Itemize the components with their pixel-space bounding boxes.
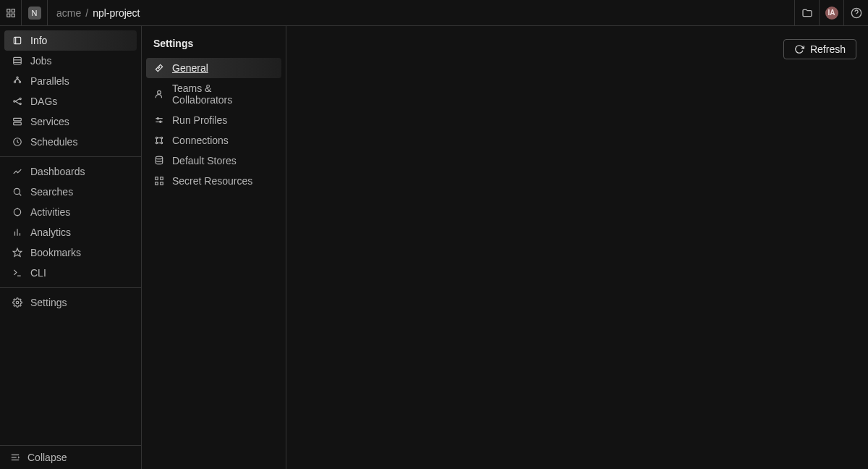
svg-point-17	[20, 98, 21, 99]
sidebar-item-label: Activities	[30, 206, 70, 218]
cli-icon	[12, 267, 23, 279]
settings-item-general[interactable]: General	[146, 58, 281, 78]
svg-point-11	[17, 77, 18, 78]
svg-rect-22	[14, 122, 22, 125]
folder-button[interactable]	[794, 0, 819, 25]
sidebar-item-services[interactable]: Services	[4, 111, 137, 132]
sidebar-item-analytics[interactable]: Analytics	[4, 222, 137, 242]
wand-icon	[153, 62, 165, 74]
svg-line-20	[15, 101, 20, 104]
breadcrumb-org[interactable]: acme	[56, 7, 81, 19]
svg-point-44	[161, 137, 162, 138]
header-left: N acme / npl-project	[0, 0, 140, 25]
sidebar-item-label: Schedules	[30, 136, 77, 148]
svg-rect-0	[7, 9, 9, 12]
svg-point-38	[158, 90, 161, 94]
svg-line-15	[17, 79, 20, 82]
sidebar-item-info[interactable]: Info	[4, 30, 137, 51]
sidebar-item-settings[interactable]: Settings	[4, 292, 137, 313]
svg-rect-1	[12, 9, 14, 12]
svg-point-45	[156, 142, 157, 143]
sidebar-item-activities[interactable]: Activities	[4, 202, 137, 222]
sidebar-item-label: Analytics	[30, 227, 71, 238]
sidebar-item-label: Searches	[30, 186, 73, 198]
breadcrumb-project[interactable]: npl-project	[93, 7, 140, 19]
settings-item-connections[interactable]: Connections	[146, 130, 281, 151]
settings-item-label: Default Stores	[172, 155, 237, 166]
sidebar-item-cli[interactable]: CLI	[4, 263, 137, 283]
refresh-label: Refresh	[810, 43, 846, 55]
sidebar-item-schedules[interactable]: Schedules	[4, 132, 137, 152]
svg-point-12	[14, 81, 15, 83]
sidebar-divider	[0, 156, 141, 157]
sliders-icon	[153, 114, 165, 126]
schedules-icon	[12, 136, 23, 148]
settings-item-label: Teams & Collaborators	[172, 83, 274, 106]
sidebar-item-dashboards[interactable]: Dashboards	[4, 161, 137, 182]
svg-rect-52	[156, 177, 158, 180]
sidebar-item-label: Services	[30, 116, 69, 127]
analytics-icon	[12, 227, 23, 238]
settings-item-label: Run Profiles	[172, 114, 227, 126]
settings-item-run-profiles[interactable]: Run Profiles	[146, 110, 281, 130]
svg-line-25	[19, 193, 21, 195]
sidebar-divider	[0, 287, 141, 288]
avatar: IA	[825, 7, 838, 20]
database-icon	[153, 155, 165, 166]
user-avatar-button[interactable]: IA	[819, 0, 843, 25]
svg-rect-54	[156, 182, 158, 185]
dashboards-icon	[12, 166, 23, 177]
bookmarks-icon	[12, 247, 23, 258]
breadcrumb-separator: /	[85, 7, 88, 19]
collapse-sidebar-button[interactable]: Collapse	[0, 445, 141, 469]
apps-menu-button[interactable]	[0, 0, 22, 25]
settings-subnav-title: Settings	[146, 38, 281, 58]
refresh-button[interactable]: Refresh	[783, 39, 856, 59]
jobs-icon	[12, 55, 23, 67]
grid-icon	[6, 8, 16, 18]
svg-rect-8	[14, 57, 22, 64]
main-content: Refresh	[286, 26, 868, 469]
svg-point-24	[14, 188, 20, 194]
activities-icon	[12, 206, 23, 218]
settings-item-default-stores[interactable]: Default Stores	[146, 151, 281, 171]
sidebar-item-label: Bookmarks	[30, 247, 81, 258]
sidebar-item-dags[interactable]: DAGs	[4, 91, 137, 111]
header-right: IA	[794, 0, 868, 25]
svg-point-18	[20, 103, 21, 104]
sidebar-item-parallels[interactable]: Parallels	[4, 71, 137, 91]
settings-item-teams[interactable]: Teams & Collaborators	[146, 78, 281, 110]
gear-icon	[12, 297, 23, 308]
help-button[interactable]	[843, 0, 868, 25]
sidebar-item-label: Parallels	[30, 75, 69, 87]
svg-marker-31	[13, 248, 22, 256]
user-icon	[153, 88, 165, 100]
sidebar-item-bookmarks[interactable]: Bookmarks	[4, 242, 137, 263]
help-icon	[851, 7, 862, 19]
settings-item-label: General	[172, 62, 208, 74]
project-chip[interactable]: N	[22, 0, 48, 25]
svg-line-19	[15, 99, 20, 102]
svg-rect-2	[7, 14, 9, 17]
folder-icon	[801, 7, 813, 19]
sidebar-item-jobs[interactable]: Jobs	[4, 51, 137, 71]
sidebar-item-label: Info	[30, 35, 47, 46]
settings-item-label: Secret Resources	[172, 175, 252, 187]
svg-rect-6	[14, 37, 20, 43]
collapse-icon	[10, 452, 20, 462]
sidebar-item-label: Jobs	[30, 55, 52, 67]
refresh-icon	[794, 44, 804, 54]
svg-point-13	[19, 81, 20, 83]
sidebar-item-searches[interactable]: Searches	[4, 182, 137, 202]
svg-rect-21	[14, 118, 22, 121]
settings-item-label: Connections	[172, 135, 229, 146]
settings-item-secret-resources[interactable]: Secret Resources	[146, 171, 281, 191]
connections-icon	[153, 135, 165, 146]
settings-subnav: Settings General Teams & Collaborators R…	[142, 26, 286, 469]
dags-icon	[12, 96, 23, 107]
svg-point-51	[156, 156, 162, 159]
svg-point-16	[14, 101, 15, 102]
svg-point-33	[16, 301, 19, 304]
breadcrumbs: acme / npl-project	[48, 7, 140, 19]
services-icon	[12, 116, 23, 127]
